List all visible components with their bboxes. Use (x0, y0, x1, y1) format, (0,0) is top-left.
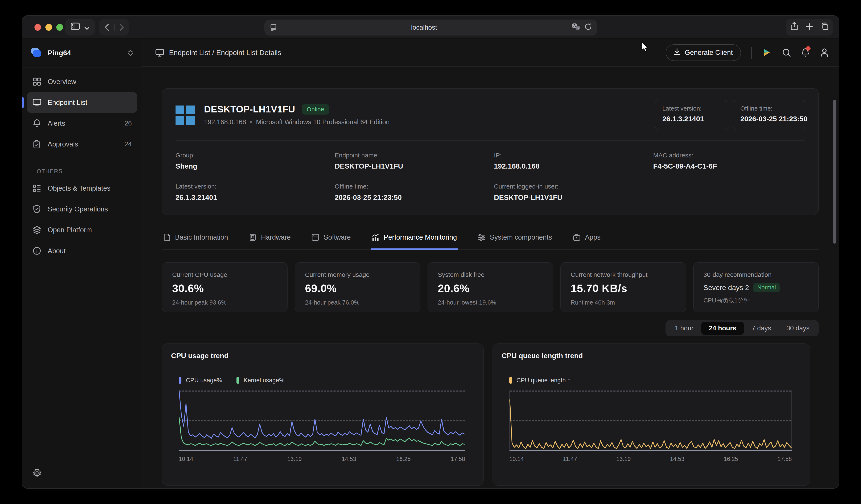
device-ip: 192.168.0.168 (204, 118, 246, 126)
sidebar-item-label: Overview (48, 78, 76, 86)
info-logged-in-user: Current logged-in user: DESKTOP-LH1V1FU (494, 183, 653, 202)
sidebar-toggle-button[interactable] (65, 19, 95, 36)
sidebar-toggle-icon (71, 22, 80, 32)
info-ip: IP: 192.168.0.168 (494, 152, 653, 171)
sidebar-item-endpoint-list[interactable]: Endpoint List (27, 92, 137, 113)
alerts-count-badge: 26 (124, 120, 132, 127)
document-icon (164, 233, 170, 241)
sidebar-item-open-platform[interactable]: Open Platform (27, 220, 137, 241)
info-latest-version: Latest version: 26.1.3.21401 (176, 183, 335, 202)
cpu-usage-plot[interactable] (179, 391, 465, 451)
assistant-logo-icon[interactable] (762, 48, 771, 57)
chart-legend: CPU queue length ↑ (509, 377, 810, 384)
reload-icon[interactable] (585, 23, 592, 32)
cpu-queue-trend-card: CPU queue length trend CPU queue length … (492, 343, 810, 486)
app-header: Endpoint List / Endpoint List Details Ge… (142, 39, 839, 67)
vertical-scrollbar[interactable] (833, 100, 836, 244)
others-section-label: OTHERS (37, 168, 137, 175)
zoom-window-button[interactable] (56, 24, 63, 30)
generate-client-button[interactable]: Generate Client (666, 44, 741, 61)
svg-text:A: A (573, 24, 576, 28)
legend-marker (179, 377, 181, 384)
cpu-queue-line (510, 391, 791, 450)
x-axis-labels: 10:14 11:47 13:19 14:53 16:25 17:58 (509, 456, 792, 462)
layers-icon (32, 226, 41, 234)
generate-client-label: Generate Client (685, 49, 733, 56)
stat-card-cpu-usage: Current CPU usage 30.6% 24-hour peak 93.… (162, 262, 288, 312)
status-badge: Online (302, 104, 329, 114)
content-scroll-area[interactable]: DESKTOP-LH1V1FU Online 192.168.0.168 Mic… (142, 67, 839, 488)
sidebar-item-label: Alerts (48, 119, 65, 127)
tab-hardware[interactable]: Hardware (248, 232, 292, 250)
info-offline-time: Offline time: 2026-03-25 21:23:50 (334, 183, 494, 202)
user-avatar-icon[interactable] (820, 48, 829, 57)
sidebar-item-label: Objects & Templates (48, 184, 111, 192)
browser-window: localhost A文 (22, 15, 839, 489)
sidebar-item-objects-templates[interactable]: Objects & Templates (27, 178, 137, 199)
bell-icon (32, 119, 41, 128)
legend-kernel-usage[interactable]: Kernel usage% (236, 377, 285, 384)
workspace-switcher[interactable]: Ping64 (22, 39, 141, 67)
monitor-icon (155, 49, 164, 57)
share-icon[interactable] (790, 22, 798, 33)
minimize-window-button[interactable] (45, 24, 52, 30)
titlebar-right-group (786, 19, 833, 36)
tab-system-components[interactable]: System components (477, 232, 553, 250)
sidebar-item-approvals[interactable]: Approvals 24 (27, 134, 137, 155)
cpu-usage-trend-card: CPU usage trend CPU usage% Kernel usage% (162, 343, 484, 486)
clipboard-check-icon (32, 140, 41, 149)
list-items-icon (32, 185, 41, 192)
range-1-hour[interactable]: 1 hour (667, 322, 701, 335)
windows-logo-icon (176, 106, 195, 125)
tab-software[interactable]: Software (311, 232, 352, 250)
range-30-days[interactable]: 30 days (779, 322, 817, 335)
sidebar-item-security-operations[interactable]: Security Operations (27, 199, 137, 220)
briefcase-icon (573, 234, 580, 241)
info-mac-address: MAC address: F4-5C-89-A4-C1-6F (653, 152, 805, 171)
legend-cpu-usage[interactable]: CPU usage% (179, 377, 222, 384)
kernel-usage-line (179, 391, 465, 450)
tab-basic-information[interactable]: Basic Information (163, 232, 229, 250)
notification-dot (806, 46, 810, 51)
breadcrumb: Endpoint List / Endpoint List Details (155, 49, 281, 57)
tab-performance-monitoring[interactable]: Performance Monitoring (371, 232, 458, 250)
sidebar-item-alerts[interactable]: Alerts 26 (27, 113, 137, 134)
offline-time-label: Offline time: (740, 105, 798, 112)
info-endpoint-name: Endpoint name: DESKTOP-LH1V1FU (334, 152, 494, 171)
screen: localhost A文 (0, 0, 861, 504)
chart-legend: CPU usage% Kernel usage% (179, 377, 483, 384)
sidebar-item-label: About (48, 247, 66, 255)
time-range-control: 1 hour 24 hours 7 days 30 days (666, 320, 819, 337)
range-7-days[interactable]: 7 days (744, 322, 779, 335)
settings-gear-icon[interactable] (32, 468, 42, 480)
info-group: Group: Sheng (176, 152, 335, 171)
address-bar[interactable]: localhost A文 (264, 19, 597, 36)
latest-version-value: 26.1.3.21401 (662, 115, 720, 123)
cpu-queue-plot[interactable] (509, 391, 792, 451)
close-window-button[interactable] (35, 24, 41, 30)
sidebar-item-label: Endpoint List (48, 98, 87, 107)
search-icon[interactable] (782, 48, 791, 57)
sidebar-item-overview[interactable]: Overview (27, 71, 137, 92)
device-summary-card: DESKTOP-LH1V1FU Online 192.168.0.168 Mic… (162, 88, 819, 215)
monitor-icon (32, 98, 41, 107)
browser-titlebar: localhost A文 (22, 16, 838, 39)
sidebar-item-label: Open Platform (48, 226, 92, 234)
chart-title: CPU queue length trend (493, 344, 810, 367)
tab-apps[interactable]: Apps (572, 232, 602, 250)
stat-card-recommendation: 30-day recommendation Severe days 2 Norm… (693, 262, 819, 312)
tab-overview-icon[interactable] (820, 22, 829, 32)
new-tab-icon[interactable] (806, 22, 813, 32)
legend-cpu-queue-length[interactable]: CPU queue length ↑ (509, 377, 571, 384)
forward-button[interactable] (114, 24, 129, 31)
notifications-bell-icon[interactable] (801, 48, 809, 57)
back-button[interactable] (99, 24, 114, 31)
mouse-cursor (641, 42, 649, 55)
approvals-count-badge: 24 (124, 140, 132, 148)
hardware-icon (249, 233, 257, 241)
range-24-hours[interactable]: 24 hours (701, 322, 744, 335)
breadcrumb-text: Endpoint List / Endpoint List Details (169, 49, 281, 57)
sidebar-item-about[interactable]: About (27, 241, 137, 261)
translate-icon[interactable]: A文 (572, 23, 580, 32)
offline-time-box: Offline time: 2026-03-25 21:23:50 (733, 100, 805, 130)
